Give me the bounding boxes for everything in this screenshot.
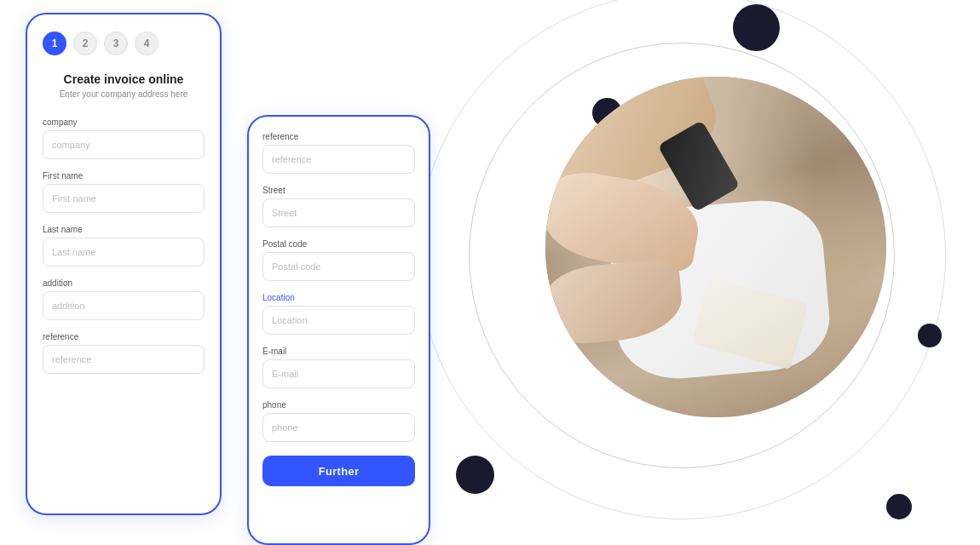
input-location[interactable] <box>262 306 415 335</box>
field-addition: addition <box>43 278 205 320</box>
field-company: company <box>43 118 205 159</box>
field-reference2: reference <box>262 132 415 174</box>
step-1[interactable]: 1 <box>43 32 66 55</box>
label-street: Street <box>262 186 415 195</box>
card1-subtitle: Enter your company address here <box>43 89 205 99</box>
photo-circle <box>545 77 886 417</box>
label-location: Location <box>262 293 415 302</box>
bg-dot-4 <box>886 494 912 519</box>
input-addition[interactable] <box>43 291 205 320</box>
step-4[interactable]: 4 <box>135 32 159 55</box>
label-firstname: First name <box>43 171 205 181</box>
card-step2: reference Street Postal code Location E-… <box>247 115 430 545</box>
label-lastname: Last name <box>43 225 205 234</box>
step-indicators: 1 2 3 4 <box>43 32 205 55</box>
label-reference2: reference <box>262 132 415 141</box>
bg-dot-1 <box>733 4 780 51</box>
card-step1: 1 2 3 4 Create invoice online Enter your… <box>26 13 222 515</box>
field-phone: phone <box>262 400 415 442</box>
input-postal[interactable] <box>262 252 415 281</box>
input-company[interactable] <box>43 130 205 159</box>
step-2[interactable]: 2 <box>73 32 97 55</box>
step-3[interactable]: 3 <box>104 32 128 55</box>
field-street: Street <box>262 186 415 227</box>
photo-inner <box>545 77 886 417</box>
input-firstname[interactable] <box>43 184 205 213</box>
field-lastname: Last name <box>43 225 205 267</box>
field-email: E-mail <box>262 347 415 388</box>
label-addition: addition <box>43 278 205 288</box>
field-reference1: reference <box>43 332 205 374</box>
input-phone[interactable] <box>262 413 415 442</box>
input-reference2[interactable] <box>262 145 415 174</box>
card1-title: Create invoice online <box>43 72 205 86</box>
input-lastname[interactable] <box>43 238 205 267</box>
bg-dot-3 <box>456 456 494 494</box>
label-phone: phone <box>262 400 415 410</box>
field-postal: Postal code <box>262 239 415 281</box>
label-company: company <box>43 118 205 127</box>
input-street[interactable] <box>262 198 415 227</box>
input-reference1[interactable] <box>43 345 205 374</box>
field-location: Location <box>262 293 415 335</box>
bg-dot-5 <box>918 324 942 347</box>
label-email: E-mail <box>262 347 415 356</box>
input-email[interactable] <box>262 359 415 388</box>
field-firstname: First name <box>43 171 205 213</box>
label-postal: Postal code <box>262 239 415 249</box>
label-reference1: reference <box>43 332 205 341</box>
further-button[interactable]: Further <box>262 456 415 486</box>
